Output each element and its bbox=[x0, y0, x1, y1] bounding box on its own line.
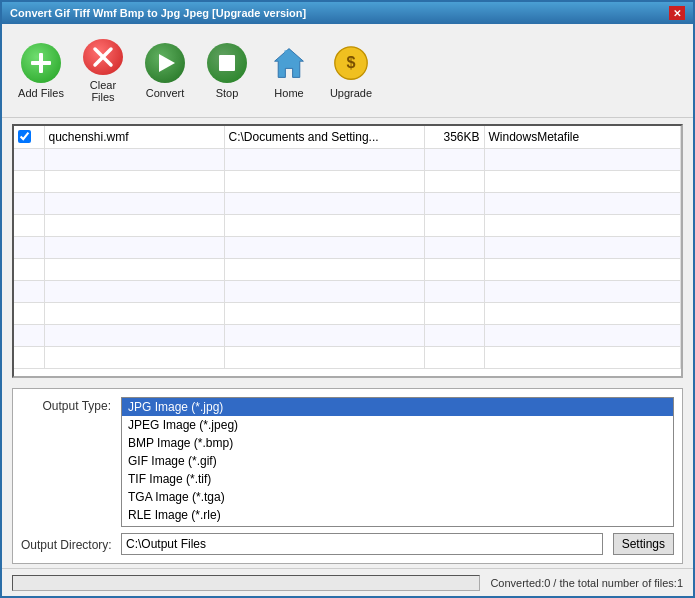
output-dir-row: Output Directory: Settings bbox=[21, 533, 674, 555]
window-title: Convert Gif Tiff Wmf Bmp to Jpg Jpeg [Up… bbox=[10, 7, 306, 19]
dropdown-item-rle[interactable]: RLE Image (*.rle) bbox=[122, 506, 673, 524]
add-files-svg bbox=[27, 49, 55, 77]
add-files-label: Add Files bbox=[18, 87, 64, 99]
file-checkbox[interactable] bbox=[18, 130, 31, 143]
stop-button[interactable]: Stop bbox=[198, 34, 256, 108]
dropdown-item-jpg[interactable]: JPG Image (*.jpg) bbox=[122, 398, 673, 416]
stop-icon bbox=[207, 43, 247, 83]
add-files-button[interactable]: Add Files bbox=[12, 34, 70, 108]
file-list-area[interactable]: quchenshi.wmfC:\Documents and Setting...… bbox=[12, 124, 683, 378]
home-icon bbox=[269, 43, 309, 83]
table-row-empty bbox=[14, 170, 681, 192]
home-label: Home bbox=[274, 87, 303, 99]
close-button[interactable]: ✕ bbox=[669, 6, 685, 20]
upgrade-icon: $ bbox=[331, 43, 371, 83]
output-dir-label: Output Directory: bbox=[21, 536, 111, 552]
file-path: C:\Documents and Setting... bbox=[224, 126, 424, 148]
add-files-icon bbox=[21, 43, 61, 83]
file-name: quchenshi.wmf bbox=[44, 126, 224, 148]
progress-bar bbox=[12, 575, 480, 591]
table-row-empty bbox=[14, 192, 681, 214]
status-text: Converted:0 / the total number of files:… bbox=[490, 577, 683, 589]
dropdown-item-tga[interactable]: TGA Image (*.tga) bbox=[122, 488, 673, 506]
settings-button[interactable]: Settings bbox=[613, 533, 674, 555]
main-window: Convert Gif Tiff Wmf Bmp to Jpg Jpeg [Up… bbox=[0, 0, 695, 598]
clear-files-label: Clear Files bbox=[79, 79, 127, 103]
svg-rect-7 bbox=[285, 50, 290, 57]
table-row-empty bbox=[14, 302, 681, 324]
convert-icon bbox=[145, 43, 185, 83]
clear-files-svg bbox=[89, 43, 117, 71]
home-svg bbox=[271, 45, 307, 81]
upgrade-svg: $ bbox=[333, 45, 369, 81]
file-size: 356KB bbox=[424, 126, 484, 148]
svg-marker-4 bbox=[159, 54, 175, 72]
stop-svg bbox=[213, 49, 241, 77]
file-type: WindowsMetafile bbox=[484, 126, 681, 148]
output-type-dropdown[interactable]: JPG Image (*.jpg)JPEG Image (*.jpeg)BMP … bbox=[121, 397, 674, 527]
table-row-empty bbox=[14, 346, 681, 368]
convert-label: Convert bbox=[146, 87, 185, 99]
clear-files-button[interactable]: Clear Files bbox=[74, 34, 132, 108]
svg-rect-1 bbox=[39, 53, 43, 73]
dropdown-item-bmp[interactable]: BMP Image (*.bmp) bbox=[122, 434, 673, 452]
output-dir-input[interactable] bbox=[121, 533, 603, 555]
output-type-row: Output Type: JPG Image (*.jpg)JPEG Image… bbox=[21, 397, 674, 527]
convert-svg bbox=[151, 49, 179, 77]
table-row-empty bbox=[14, 148, 681, 170]
table-row-empty bbox=[14, 258, 681, 280]
svg-rect-5 bbox=[219, 55, 235, 71]
stop-label: Stop bbox=[216, 87, 239, 99]
dropdown-container: JPG Image (*.jpg)JPEG Image (*.jpeg)BMP … bbox=[121, 397, 674, 527]
dropdown-item-gif[interactable]: GIF Image (*.gif) bbox=[122, 452, 673, 470]
home-button[interactable]: Home bbox=[260, 34, 318, 108]
table-row-empty bbox=[14, 236, 681, 258]
table-row-empty bbox=[14, 280, 681, 302]
clear-files-icon bbox=[83, 39, 123, 75]
svg-text:$: $ bbox=[346, 53, 355, 71]
convert-button[interactable]: Convert bbox=[136, 34, 194, 108]
dropdown-item-tif[interactable]: TIF Image (*.tif) bbox=[122, 470, 673, 488]
file-checkbox-cell[interactable] bbox=[14, 126, 44, 148]
output-section: Output Type: JPG Image (*.jpg)JPEG Image… bbox=[12, 388, 683, 564]
output-type-label: Output Type: bbox=[21, 397, 111, 413]
table-row-empty bbox=[14, 214, 681, 236]
table-row[interactable]: quchenshi.wmfC:\Documents and Setting...… bbox=[14, 126, 681, 148]
title-bar: Convert Gif Tiff Wmf Bmp to Jpg Jpeg [Up… bbox=[2, 2, 693, 24]
file-table: quchenshi.wmfC:\Documents and Setting...… bbox=[14, 126, 681, 369]
toolbar: Add Files Clear Files Convert bbox=[2, 24, 693, 118]
dropdown-item-jpeg[interactable]: JPEG Image (*.jpeg) bbox=[122, 416, 673, 434]
upgrade-button[interactable]: $ Upgrade bbox=[322, 34, 380, 108]
dropdown-item-png[interactable]: PNG Image (*.png) bbox=[122, 524, 673, 527]
upgrade-label: Upgrade bbox=[330, 87, 372, 99]
table-row-empty bbox=[14, 324, 681, 346]
status-bar: Converted:0 / the total number of files:… bbox=[2, 568, 693, 596]
